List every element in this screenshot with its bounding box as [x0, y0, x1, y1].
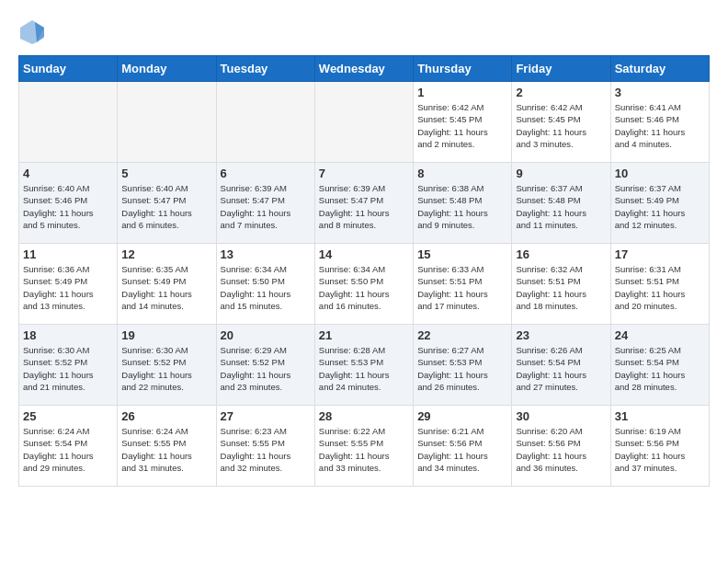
day-info: Sunrise: 6:24 AMSunset: 5:55 PMDaylight:… — [121, 425, 211, 474]
calendar-week-row: 4Sunrise: 6:40 AMSunset: 5:46 PMDaylight… — [19, 163, 710, 244]
calendar-cell: 24Sunrise: 6:25 AMSunset: 5:54 PMDayligh… — [610, 325, 709, 406]
day-info: Sunrise: 6:29 AMSunset: 5:52 PMDaylight:… — [221, 344, 311, 393]
day-number: 13 — [221, 247, 311, 261]
day-info: Sunrise: 6:40 AMSunset: 5:46 PMDaylight:… — [23, 182, 113, 231]
calendar-cell: 19Sunrise: 6:30 AMSunset: 5:52 PMDayligh… — [118, 325, 216, 406]
day-info: Sunrise: 6:34 AMSunset: 5:50 PMDaylight:… — [319, 263, 409, 312]
calendar-cell: 15Sunrise: 6:33 AMSunset: 5:51 PMDayligh… — [414, 244, 512, 325]
calendar-cell: 23Sunrise: 6:26 AMSunset: 5:54 PMDayligh… — [512, 325, 610, 406]
day-info: Sunrise: 6:39 AMSunset: 5:47 PMDaylight:… — [319, 182, 409, 231]
day-number: 5 — [121, 167, 211, 180]
day-info: Sunrise: 6:33 AMSunset: 5:51 PMDaylight:… — [417, 263, 507, 312]
day-info: Sunrise: 6:39 AMSunset: 5:47 PMDaylight:… — [221, 182, 311, 231]
page-header — [18, 18, 710, 46]
day-number: 8 — [417, 167, 507, 180]
weekday-header-row: SundayMondayTuesdayWednesdayThursdayFrid… — [19, 56, 710, 82]
day-info: Sunrise: 6:25 AMSunset: 5:54 PMDaylight:… — [615, 344, 705, 393]
calendar-cell: 3Sunrise: 6:41 AMSunset: 5:46 PMDaylight… — [610, 82, 709, 163]
calendar-cell: 25Sunrise: 6:24 AMSunset: 5:54 PMDayligh… — [19, 406, 118, 487]
calendar-cell: 12Sunrise: 6:35 AMSunset: 5:49 PMDayligh… — [118, 244, 216, 325]
calendar-cell: 8Sunrise: 6:38 AMSunset: 5:48 PMDaylight… — [414, 163, 512, 244]
calendar-cell: 6Sunrise: 6:39 AMSunset: 5:47 PMDaylight… — [216, 163, 314, 244]
day-info: Sunrise: 6:37 AMSunset: 5:48 PMDaylight:… — [516, 182, 606, 231]
calendar-cell: 21Sunrise: 6:28 AMSunset: 5:53 PMDayligh… — [314, 325, 413, 406]
day-number: 2 — [516, 86, 606, 99]
day-info: Sunrise: 6:34 AMSunset: 5:50 PMDaylight:… — [221, 263, 311, 312]
calendar-cell — [314, 82, 413, 163]
day-number: 12 — [121, 247, 211, 261]
day-info: Sunrise: 6:26 AMSunset: 5:54 PMDaylight:… — [516, 344, 606, 393]
day-number: 4 — [23, 167, 113, 180]
day-number: 20 — [221, 328, 311, 342]
day-number: 22 — [417, 328, 507, 342]
calendar-cell: 2Sunrise: 6:42 AMSunset: 5:45 PMDaylight… — [512, 82, 610, 163]
calendar-cell — [118, 82, 216, 163]
calendar-cell: 29Sunrise: 6:21 AMSunset: 5:56 PMDayligh… — [414, 406, 512, 487]
day-number: 24 — [615, 328, 705, 342]
calendar-cell: 28Sunrise: 6:22 AMSunset: 5:55 PMDayligh… — [314, 406, 413, 487]
calendar-cell: 9Sunrise: 6:37 AMSunset: 5:48 PMDaylight… — [512, 163, 610, 244]
day-number: 31 — [615, 409, 705, 423]
weekday-header-monday: Monday — [118, 56, 216, 82]
calendar-cell — [216, 82, 314, 163]
calendar-cell — [19, 82, 118, 163]
calendar-week-row: 1Sunrise: 6:42 AMSunset: 5:45 PMDaylight… — [19, 82, 710, 163]
day-info: Sunrise: 6:32 AMSunset: 5:51 PMDaylight:… — [516, 263, 606, 312]
calendar-cell: 5Sunrise: 6:40 AMSunset: 5:47 PMDaylight… — [118, 163, 216, 244]
day-info: Sunrise: 6:28 AMSunset: 5:53 PMDaylight:… — [319, 344, 409, 393]
day-info: Sunrise: 6:30 AMSunset: 5:52 PMDaylight:… — [121, 344, 211, 393]
day-info: Sunrise: 6:37 AMSunset: 5:49 PMDaylight:… — [615, 182, 705, 231]
day-number: 29 — [417, 409, 507, 423]
calendar-cell: 4Sunrise: 6:40 AMSunset: 5:46 PMDaylight… — [19, 163, 118, 244]
logo-icon — [18, 18, 46, 46]
day-number: 17 — [615, 247, 705, 261]
day-number: 30 — [516, 409, 606, 423]
calendar-cell: 17Sunrise: 6:31 AMSunset: 5:51 PMDayligh… — [610, 244, 709, 325]
day-number: 6 — [221, 167, 311, 180]
day-number: 14 — [319, 247, 409, 261]
day-number: 19 — [121, 328, 211, 342]
day-number: 23 — [516, 328, 606, 342]
calendar-cell: 13Sunrise: 6:34 AMSunset: 5:50 PMDayligh… — [216, 244, 314, 325]
calendar-cell: 7Sunrise: 6:39 AMSunset: 5:47 PMDaylight… — [314, 163, 413, 244]
weekday-header-friday: Friday — [512, 56, 610, 82]
calendar-cell: 18Sunrise: 6:30 AMSunset: 5:52 PMDayligh… — [19, 325, 118, 406]
day-number: 27 — [221, 409, 311, 423]
day-number: 9 — [516, 167, 606, 180]
day-number: 10 — [615, 167, 705, 180]
day-info: Sunrise: 6:35 AMSunset: 5:49 PMDaylight:… — [121, 263, 211, 312]
calendar-cell: 26Sunrise: 6:24 AMSunset: 5:55 PMDayligh… — [118, 406, 216, 487]
day-number: 11 — [23, 247, 113, 261]
calendar-cell: 10Sunrise: 6:37 AMSunset: 5:49 PMDayligh… — [610, 163, 709, 244]
day-info: Sunrise: 6:42 AMSunset: 5:45 PMDaylight:… — [516, 101, 606, 150]
day-number: 15 — [417, 247, 507, 261]
day-info: Sunrise: 6:41 AMSunset: 5:46 PMDaylight:… — [615, 101, 705, 150]
day-number: 1 — [417, 86, 507, 99]
day-info: Sunrise: 6:36 AMSunset: 5:49 PMDaylight:… — [23, 263, 113, 312]
calendar-week-row: 25Sunrise: 6:24 AMSunset: 5:54 PMDayligh… — [19, 406, 710, 487]
day-info: Sunrise: 6:21 AMSunset: 5:56 PMDaylight:… — [417, 425, 507, 474]
calendar-cell: 1Sunrise: 6:42 AMSunset: 5:45 PMDaylight… — [414, 82, 512, 163]
weekday-header-tuesday: Tuesday — [216, 56, 314, 82]
day-info: Sunrise: 6:31 AMSunset: 5:51 PMDaylight:… — [615, 263, 705, 312]
day-number: 26 — [121, 409, 211, 423]
day-info: Sunrise: 6:23 AMSunset: 5:55 PMDaylight:… — [221, 425, 311, 474]
weekday-header-wednesday: Wednesday — [314, 56, 413, 82]
day-info: Sunrise: 6:27 AMSunset: 5:53 PMDaylight:… — [417, 344, 507, 393]
day-info: Sunrise: 6:20 AMSunset: 5:56 PMDaylight:… — [516, 425, 606, 474]
day-number: 18 — [23, 328, 113, 342]
day-info: Sunrise: 6:30 AMSunset: 5:52 PMDaylight:… — [23, 344, 113, 393]
calendar-cell: 16Sunrise: 6:32 AMSunset: 5:51 PMDayligh… — [512, 244, 610, 325]
svg-marker-2 — [20, 20, 44, 44]
calendar-cell: 27Sunrise: 6:23 AMSunset: 5:55 PMDayligh… — [216, 406, 314, 487]
day-info: Sunrise: 6:38 AMSunset: 5:48 PMDaylight:… — [417, 182, 507, 231]
calendar-cell: 22Sunrise: 6:27 AMSunset: 5:53 PMDayligh… — [414, 325, 512, 406]
calendar-cell: 20Sunrise: 6:29 AMSunset: 5:52 PMDayligh… — [216, 325, 314, 406]
calendar-cell: 31Sunrise: 6:19 AMSunset: 5:56 PMDayligh… — [610, 406, 709, 487]
day-info: Sunrise: 6:19 AMSunset: 5:56 PMDaylight:… — [615, 425, 705, 474]
day-number: 21 — [319, 328, 409, 342]
day-info: Sunrise: 6:42 AMSunset: 5:45 PMDaylight:… — [417, 101, 507, 150]
day-number: 16 — [516, 247, 606, 261]
calendar-cell: 11Sunrise: 6:36 AMSunset: 5:49 PMDayligh… — [19, 244, 118, 325]
weekday-header-thursday: Thursday — [414, 56, 512, 82]
